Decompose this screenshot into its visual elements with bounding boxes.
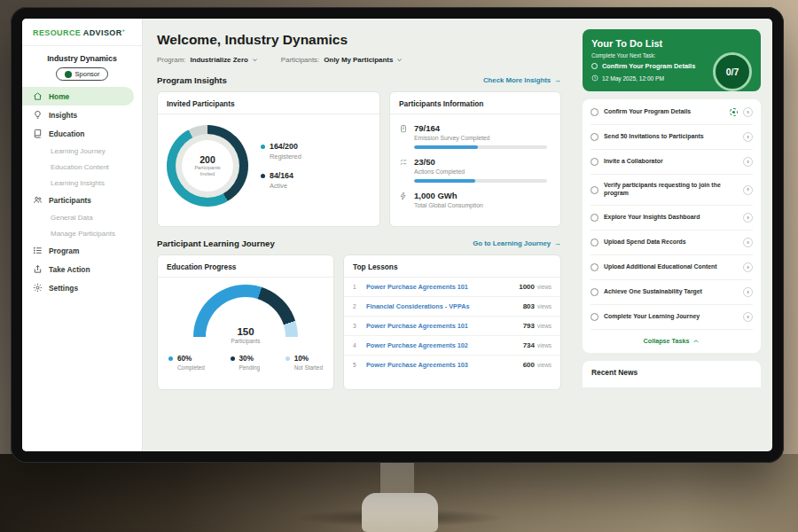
task-open-button[interactable]: › <box>743 157 753 167</box>
task-open-button[interactable]: › <box>743 238 753 247</box>
sidebar-item-participants[interactable]: Participants <box>22 191 142 209</box>
todo-header-card: Your To Do List Complete Your Next Task:… <box>583 29 761 91</box>
sidebar-item-program[interactable]: Program <box>22 241 142 260</box>
section-title: Program Insights <box>157 75 227 85</box>
lesson-link[interactable]: Financial Considerations - VPPAs <box>366 302 517 310</box>
sidebar-item-manage-participants[interactable]: Manage Participants <box>22 225 142 241</box>
task-checkbox[interactable] <box>591 313 598 321</box>
legend-label: Not Started <box>294 364 323 371</box>
nav-label: Settings <box>49 284 78 293</box>
task-row[interactable]: Explore Your Insights Dashboard › <box>591 206 753 231</box>
task-checkbox[interactable] <box>591 158 598 166</box>
task-open-button[interactable]: › <box>743 185 753 195</box>
lesson-link[interactable]: Power Purchase Agreements 102 <box>366 341 517 349</box>
task-row[interactable]: Complete Your Learning Journey › <box>591 305 753 330</box>
nav-label: Participants <box>49 196 91 205</box>
task-row[interactable]: Achieve One Sustainability Target › <box>591 280 753 305</box>
task-open-button[interactable]: › <box>743 213 753 223</box>
sponsor-badge[interactable]: Sponsor <box>56 67 109 81</box>
lesson-views: 1000views <box>519 283 552 291</box>
lesson-views: 803views <box>523 302 552 310</box>
recent-news-card: Recent News <box>583 361 761 387</box>
nav-label: Insights <box>49 111 77 120</box>
task-label: Invite a Collaborator <box>604 158 738 166</box>
sponsor-label: Sponsor <box>75 70 100 78</box>
task-label: Explore Your Insights Dashboard <box>604 214 738 222</box>
go-to-learning-journey-link[interactable]: Go to Learning Journey → <box>473 239 561 247</box>
next-task-label: Confirm Your Program Details <box>602 62 695 70</box>
task-checkbox[interactable] <box>591 108 598 116</box>
task-row[interactable]: Upload Spend Data Records › <box>591 231 753 255</box>
todo-next-task[interactable]: Confirm Your Program Details <box>591 62 708 70</box>
lesson-link[interactable]: Power Purchase Agreements 103 <box>366 361 517 369</box>
program-filter: Program: Industrialize Zero <box>157 56 258 64</box>
legend-value: 30% <box>239 355 254 363</box>
sidebar-item-education-content[interactable]: Education Content <box>22 159 142 175</box>
sidebar-item-learning-journey[interactable]: Learning Journey <box>22 143 142 159</box>
blue-dot-icon <box>168 356 173 361</box>
stat-value: 79/164 <box>414 123 547 133</box>
sidebar-item-general-data[interactable]: General Data <box>22 209 142 225</box>
energy-icon <box>399 192 408 200</box>
views-value: 1000 <box>519 283 535 291</box>
donut-value: 200 <box>200 154 215 165</box>
collapse-tasks-button[interactable]: Collapse Tasks <box>591 330 753 352</box>
task-checkbox[interactable] <box>591 186 598 194</box>
legend-label: Completed <box>177 364 205 371</box>
sidebar-item-learning-insights[interactable]: Learning Insights <box>22 175 142 191</box>
education-gauge-chart: 150 <box>193 285 298 337</box>
card-title: Top Lessons <box>344 255 560 278</box>
sidebar-item-take-action[interactable]: Take Action <box>22 260 142 278</box>
views-value: 793 <box>523 322 535 330</box>
lesson-link[interactable]: Power Purchase Agreements 101 <box>366 283 512 291</box>
task-row[interactable]: Confirm Your Program Details › <box>591 100 753 125</box>
task-label: Complete Your Learning Journey <box>604 313 738 321</box>
todo-panel: Your To Do List Complete Your Next Task:… <box>574 19 772 451</box>
due-date-label: 12 May 2025, 12:00 PM <box>602 75 664 82</box>
link-label: Check More Insights <box>483 76 551 84</box>
sidebar-item-home[interactable]: Home <box>22 87 134 106</box>
lesson-row: 5 Power Purchase Agreements 103 600views <box>344 356 560 374</box>
sidebar-item-insights[interactable]: Insights <box>22 106 142 124</box>
task-row[interactable]: Verify participants requesting to join t… <box>591 175 753 206</box>
task-checkbox[interactable] <box>591 288 598 296</box>
task-checkbox[interactable] <box>591 214 598 222</box>
sidebar-item-settings[interactable]: Settings <box>22 278 142 297</box>
program-filter-dropdown[interactable]: Industrialize Zero <box>190 56 257 64</box>
legend-not-started: 10% Not Started <box>286 355 323 371</box>
chevron-right-icon: › <box>747 215 749 222</box>
task-checkbox[interactable] <box>591 239 598 246</box>
views-value: 803 <box>523 302 535 310</box>
sidebar-item-education[interactable]: Education <box>22 124 142 143</box>
task-open-button[interactable]: › <box>743 107 753 117</box>
lesson-link[interactable]: Power Purchase Agreements 101 <box>366 322 517 330</box>
lesson-views: 734views <box>523 341 552 349</box>
nav-label: General Data <box>51 214 93 222</box>
nav-label: Learning Journey <box>51 147 106 155</box>
task-checkbox[interactable] <box>591 263 598 271</box>
participants-filter-dropdown[interactable]: Only My Participants <box>324 56 403 64</box>
task-open-button[interactable]: › <box>743 132 753 142</box>
views-value: 600 <box>523 361 535 369</box>
nav-label: Take Action <box>49 265 90 274</box>
lesson-rank: 2 <box>353 303 360 309</box>
task-open-button[interactable]: › <box>743 262 753 272</box>
task-row[interactable]: Upload Additional Educational Content › <box>591 255 753 280</box>
top-lessons-card: Top Lessons 1 Power Purchase Agreements … <box>343 254 561 390</box>
task-row[interactable]: Send 50 Invitations to Participants › <box>591 125 753 150</box>
views-label: views <box>537 342 552 348</box>
checklist-icon <box>399 158 408 167</box>
participants-filter-label: Participants: <box>281 56 319 64</box>
task-open-button[interactable]: › <box>743 312 753 322</box>
task-row[interactable]: Invite a Collaborator › <box>591 150 753 175</box>
chevron-right-icon: › <box>747 186 749 193</box>
recent-news-title: Recent News <box>591 368 638 377</box>
navy-dot-icon <box>231 356 235 361</box>
check-more-insights-link[interactable]: Check More Insights → <box>483 76 561 84</box>
stat-label: Actions Completed <box>414 168 547 175</box>
lesson-rank: 4 <box>353 342 360 348</box>
participants-filter-value: Only My Participants <box>324 56 393 64</box>
monitor-stand-base <box>362 493 438 532</box>
task-checkbox[interactable] <box>591 133 598 141</box>
task-open-button[interactable]: › <box>743 287 753 297</box>
